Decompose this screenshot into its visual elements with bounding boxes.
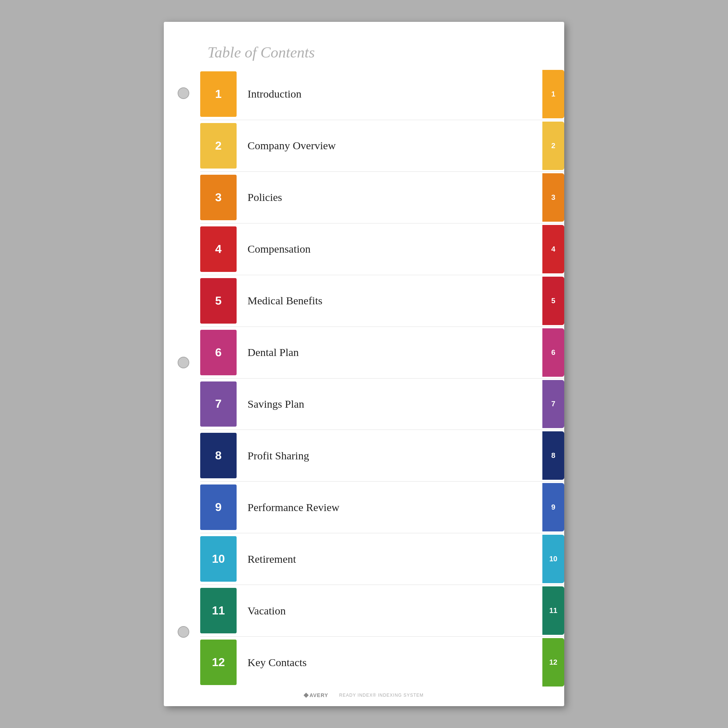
toc-row[interactable]: 8 Profit Sharing 8 [200, 430, 564, 482]
num-label: 1 [215, 87, 222, 101]
tab-label: 6 [551, 348, 555, 357]
toc-row[interactable]: 4 Compensation 4 [200, 223, 564, 275]
tab-3[interactable]: 3 [542, 173, 564, 222]
tab-label: 9 [551, 503, 555, 511]
toc-label-9: Performance Review [237, 482, 542, 533]
page-title: Table of Contents [208, 44, 315, 61]
num-badge-8: 8 [200, 433, 237, 478]
tab-label: 3 [551, 193, 555, 202]
toc-row[interactable]: 2 Company Overview 2 [200, 120, 564, 172]
tab-label: 7 [551, 400, 555, 408]
tab-7[interactable]: 7 [542, 380, 564, 428]
toc-row[interactable]: 5 Medical Benefits 5 [200, 275, 564, 327]
tab-9[interactable]: 9 [542, 483, 564, 531]
footer: AVERY READY INDEX® INDEXING SYSTEM [164, 688, 564, 706]
avery-diamond-icon [304, 693, 309, 698]
title-area: Table of Contents [164, 22, 564, 69]
num-badge-2: 2 [200, 123, 237, 168]
footer-tagline: READY INDEX® INDEXING SYSTEM [339, 693, 424, 698]
num-label: 11 [212, 604, 225, 617]
toc-label-10: Retirement [237, 533, 542, 584]
num-badge-7: 7 [200, 381, 237, 427]
toc-row[interactable]: 11 Vacation 11 [200, 585, 564, 637]
num-label: 3 [215, 191, 222, 204]
num-badge-4: 4 [200, 226, 237, 272]
binder-hole-3 [177, 626, 189, 638]
tab-1[interactable]: 1 [542, 70, 564, 118]
toc-row[interactable]: 10 Retirement 10 [200, 533, 564, 585]
toc-label-7: Savings Plan [237, 379, 542, 430]
toc-area: 1 Introduction 1 2 Company Overview 2 3 [164, 69, 564, 688]
num-badge-5: 5 [200, 278, 237, 324]
num-badge-10: 10 [200, 536, 237, 582]
toc-label-2: Company Overview [237, 120, 542, 171]
tab-label: 5 [551, 297, 555, 305]
footer-brand: AVERY [309, 692, 328, 698]
toc-row[interactable]: 3 Policies 3 [200, 172, 564, 223]
toc-row[interactable]: 7 Savings Plan 7 [200, 379, 564, 430]
tab-label: 10 [549, 555, 557, 563]
num-badge-11: 11 [200, 588, 237, 633]
tab-4[interactable]: 4 [542, 225, 564, 273]
tab-10[interactable]: 10 [542, 535, 564, 583]
toc-label-3: Policies [237, 172, 542, 223]
toc-row[interactable]: 1 Introduction 1 [200, 69, 564, 120]
tab-label: 1 [551, 90, 555, 98]
tab-label: 11 [549, 606, 557, 615]
toc-label-1: Introduction [237, 69, 542, 120]
page: Table of Contents 1 Introduction 1 2 Com… [164, 22, 564, 706]
tab-6[interactable]: 6 [542, 328, 564, 377]
num-label: 7 [215, 397, 222, 411]
toc-row[interactable]: 6 Dental Plan 6 [200, 327, 564, 379]
binder-hole-1 [177, 87, 189, 99]
num-label: 12 [212, 656, 225, 669]
num-badge-3: 3 [200, 175, 237, 220]
num-label: 2 [215, 139, 222, 153]
toc-label-6: Dental Plan [237, 327, 542, 378]
toc-label-5: Medical Benefits [237, 275, 542, 327]
tab-label: 12 [549, 658, 557, 667]
tab-8[interactable]: 8 [542, 431, 564, 480]
toc-row[interactable]: 9 Performance Review 9 [200, 482, 564, 533]
tab-11[interactable]: 11 [542, 586, 564, 635]
num-badge-1: 1 [200, 71, 237, 117]
toc-label-11: Vacation [237, 585, 542, 636]
toc-row[interactable]: 12 Key Contacts 12 [200, 637, 564, 688]
num-label: 5 [215, 294, 222, 307]
num-badge-12: 12 [200, 639, 237, 685]
toc-label-12: Key Contacts [237, 637, 542, 688]
num-label: 6 [215, 346, 222, 359]
tab-label: 8 [551, 451, 555, 460]
tab-label: 2 [551, 142, 555, 150]
num-badge-6: 6 [200, 330, 237, 375]
num-label: 9 [215, 500, 222, 514]
tab-2[interactable]: 2 [542, 122, 564, 170]
num-label: 4 [215, 242, 222, 256]
tab-12[interactable]: 12 [542, 638, 564, 687]
toc-label-8: Profit Sharing [237, 430, 542, 481]
avery-logo: AVERY [304, 692, 328, 698]
num-label: 8 [215, 449, 222, 462]
tab-label: 4 [551, 245, 555, 253]
toc-label-4: Compensation [237, 223, 542, 275]
num-badge-9: 9 [200, 485, 237, 530]
tab-5[interactable]: 5 [542, 277, 564, 325]
binder-hole-2 [177, 357, 189, 369]
num-label: 10 [212, 552, 225, 566]
